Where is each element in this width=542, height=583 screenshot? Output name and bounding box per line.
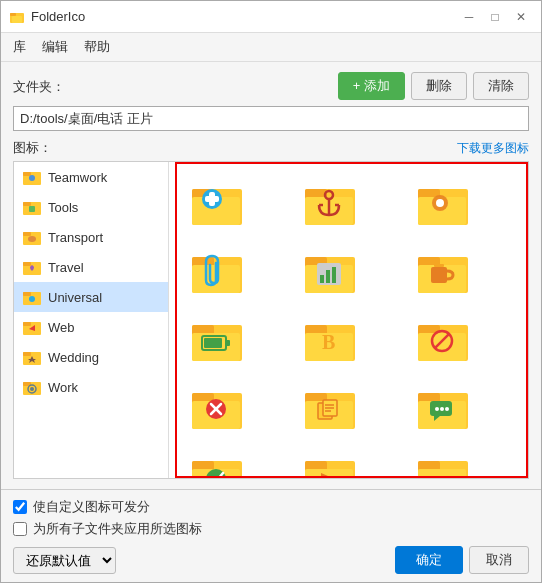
category-label-work: Work: [48, 380, 78, 395]
category-list: Teamwork Tools Transport: [14, 162, 169, 478]
svg-rect-62: [226, 340, 230, 346]
window-title: FolderIco: [31, 9, 85, 24]
category-item-travel[interactable]: Travel: [14, 252, 168, 282]
category-label-travel: Travel: [48, 260, 84, 275]
category-item-web[interactable]: Web: [14, 312, 168, 342]
universal-icon: [22, 287, 42, 307]
icon-cell-plus[interactable]: [185, 172, 247, 234]
svg-rect-10: [23, 232, 31, 236]
icon-cell-paperclip[interactable]: [185, 240, 247, 302]
icon-cell-anchor[interactable]: [298, 172, 360, 234]
svg-rect-7: [23, 202, 31, 206]
travel-icon: [22, 257, 42, 277]
category-label-tools: Tools: [48, 200, 78, 215]
top-button-row: + 添加 删除 清除: [338, 72, 529, 100]
category-item-teamwork[interactable]: Teamwork: [14, 162, 168, 192]
svg-rect-20: [23, 352, 31, 356]
folder-path-input[interactable]: [13, 106, 529, 131]
teamwork-icon: [22, 167, 42, 187]
icons-main: Teamwork Tools Transport: [13, 161, 529, 479]
svg-rect-2: [12, 16, 22, 23]
svg-rect-56: [431, 267, 447, 283]
icon-cell-search[interactable]: [411, 172, 473, 234]
svg-rect-57: [434, 264, 444, 267]
svg-rect-18: [23, 322, 31, 326]
main-content: 文件夹： + 添加 删除 清除 图标： 下载更多图标: [1, 62, 541, 489]
category-item-work[interactable]: Work: [14, 372, 168, 402]
tools-icon: [22, 197, 42, 217]
work-icon: [22, 377, 42, 397]
svg-point-106: [433, 477, 438, 479]
category-label-universal: Universal: [48, 290, 102, 305]
wedding-icon: [22, 347, 42, 367]
svg-point-108: [447, 477, 452, 479]
icon-cell-copy[interactable]: [298, 376, 360, 438]
category-item-wedding[interactable]: Wedding: [14, 342, 168, 372]
icons-grid: B: [181, 168, 522, 478]
svg-point-23: [30, 387, 34, 391]
maximize-button[interactable]: □: [483, 5, 507, 29]
svg-rect-105: [418, 469, 466, 478]
svg-point-107: [440, 477, 445, 479]
folder-section: 文件夹： + 添加 删除 清除: [13, 72, 529, 131]
checkbox-apply-children[interactable]: [13, 522, 27, 536]
category-label-transport: Transport: [48, 230, 103, 245]
svg-point-94: [445, 407, 449, 411]
svg-rect-63: [204, 338, 222, 348]
svg-rect-30: [205, 196, 219, 202]
checkbox-children-row: 为所有子文件夹应用所选图标: [13, 520, 529, 538]
menu-bar: 库 编辑 帮助: [1, 33, 541, 62]
bottom-right-buttons: 确定 取消: [395, 546, 529, 574]
svg-point-93: [440, 407, 444, 411]
checkbox-shareable-label: 使自定义图标可发分: [33, 498, 150, 516]
delete-button[interactable]: 删除: [411, 72, 467, 100]
menu-item-edit[interactable]: 编辑: [34, 35, 76, 59]
icon-cell-chart[interactable]: [298, 240, 360, 302]
web-icon: [22, 317, 42, 337]
icons-label: 图标：: [13, 139, 52, 157]
svg-rect-15: [23, 292, 31, 296]
title-bar-left: FolderIco: [9, 9, 85, 25]
menu-item-help[interactable]: 帮助: [76, 35, 118, 59]
bottom-button-row: 还原默认值 确定 取消: [13, 546, 529, 574]
close-button[interactable]: ✕: [509, 5, 533, 29]
svg-point-16: [29, 296, 35, 302]
ok-button[interactable]: 确定: [395, 546, 463, 574]
icon-cell-checkmark[interactable]: [185, 444, 247, 478]
bottom-section: 使自定义图标可发分 为所有子文件夹应用所选图标 还原默认值 确定 取消: [1, 489, 541, 582]
download-link[interactable]: 下载更多图标: [457, 140, 529, 157]
icon-cell-blocked[interactable]: [411, 308, 473, 370]
icon-cell-chat[interactable]: [411, 376, 473, 438]
svg-rect-101: [305, 469, 353, 478]
svg-rect-4: [23, 172, 31, 176]
svg-point-92: [435, 407, 439, 411]
menu-item-library[interactable]: 库: [5, 35, 34, 59]
title-bar-controls: ─ □ ✕: [457, 5, 533, 29]
svg-rect-51: [326, 270, 330, 283]
category-item-transport[interactable]: Transport: [14, 222, 168, 252]
icon-cell-bitcoin[interactable]: B: [298, 308, 360, 370]
app-icon: [9, 9, 25, 25]
svg-rect-1: [10, 13, 16, 16]
add-button[interactable]: + 添加: [338, 72, 405, 100]
svg-rect-50: [320, 275, 324, 283]
title-bar: FolderIco ─ □ ✕: [1, 1, 541, 33]
icon-cell-arrow[interactable]: [298, 444, 360, 478]
transport-icon: [22, 227, 42, 247]
icons-grid-container[interactable]: B: [175, 162, 528, 478]
cancel-button[interactable]: 取消: [469, 546, 529, 574]
minimize-button[interactable]: ─: [457, 5, 481, 29]
clear-button[interactable]: 清除: [473, 72, 529, 100]
category-item-universal[interactable]: Universal: [14, 282, 168, 312]
reset-select[interactable]: 还原默认值: [13, 547, 116, 574]
checkbox-children-label: 为所有子文件夹应用所选图标: [33, 520, 202, 538]
icon-cell-mug[interactable]: [411, 240, 473, 302]
svg-rect-70: [418, 333, 466, 361]
category-item-tools[interactable]: Tools: [14, 192, 168, 222]
icon-cell-error[interactable]: [185, 376, 247, 438]
svg-point-42: [436, 199, 444, 207]
icon-cell-battery[interactable]: [185, 308, 247, 370]
checkbox-shareable[interactable]: [13, 500, 27, 514]
category-label-teamwork: Teamwork: [48, 170, 107, 185]
icon-cell-more[interactable]: [411, 444, 473, 478]
